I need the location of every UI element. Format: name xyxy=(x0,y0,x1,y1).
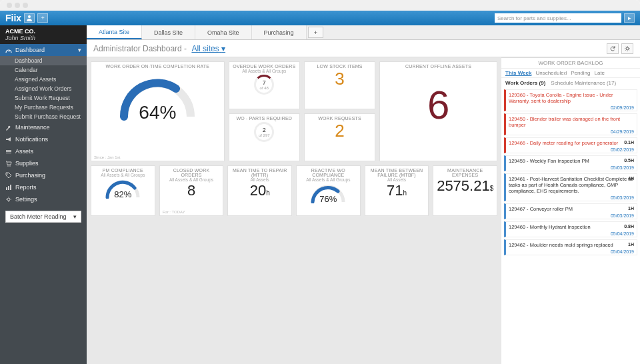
bullhorn-icon xyxy=(5,136,12,143)
backlog-list[interactable]: 129360 - Toyota Corolla - Engine Issue -… xyxy=(501,88,640,364)
metric-value: 20 xyxy=(250,182,266,199)
traffic-min[interactable] xyxy=(15,3,20,8)
refresh-icon xyxy=(609,45,616,52)
all-sites-link[interactable]: All sites ▾ xyxy=(191,44,225,53)
donut-chart: 7 of 48 xyxy=(254,75,274,95)
card-overdue[interactable]: OVERDUE WORK ORDERS All Assets & All Gro… xyxy=(229,61,300,109)
gear-icon xyxy=(5,196,12,203)
backlog-hours: 0.5H xyxy=(624,158,634,163)
nav-sub-assigned-assets[interactable]: Assigned Assets xyxy=(0,75,87,84)
card-pm[interactable]: PM COMPLIANCE All Assets & All Groups 82… xyxy=(91,165,155,216)
svg-rect-5 xyxy=(6,187,7,190)
backlog-panel: WORK ORDER BACKLOG This Week Unscheduled… xyxy=(501,57,640,364)
nav-purchasing[interactable]: Purchasing xyxy=(0,169,87,181)
batch-meter-select[interactable]: Batch Meter Reading ▾ xyxy=(5,211,81,223)
backlog-item[interactable]: 0.1H129466 - Daily meter reading for pow… xyxy=(504,137,637,153)
backlog-item[interactable]: 129360 - Toyota Corolla - Engine Issue -… xyxy=(504,89,637,111)
card-subtitle: All Assets & All Groups xyxy=(163,177,221,182)
backlog-item[interactable]: 4H129461 - Post-Harvest Sanitation Check… xyxy=(504,173,637,201)
tab-omaha[interactable]: Omaha Site xyxy=(195,25,252,39)
nav-sub-my-purchase-requests[interactable]: My Purchase Requests xyxy=(0,103,87,112)
backlog-item-title: 129466 - Daily meter reading for power g… xyxy=(509,140,634,146)
card-mtbf[interactable]: MEAN TIME BETWEEN FAILURE (MTBF) All Ass… xyxy=(365,165,429,216)
card-title: REACTIVE WO COMPLIANCE xyxy=(299,168,357,177)
backlog-wo-count[interactable]: Work Orders (9) xyxy=(505,80,545,86)
card-mttr[interactable]: MEAN TIME TO REPAIR (MTTR) All Assets 20… xyxy=(227,165,292,216)
tab-dallas[interactable]: Dallas Site xyxy=(142,25,195,39)
backlog-tab-pending[interactable]: Pending xyxy=(571,70,590,76)
nav-sub-submit-work-request[interactable]: Submit Work Request xyxy=(0,93,87,103)
backlog-tab-unscheduled[interactable]: Unscheduled xyxy=(535,70,567,76)
add-button[interactable]: + xyxy=(37,13,48,23)
user-icon xyxy=(26,15,33,21)
metric-unit: h xyxy=(403,189,407,197)
nav-dashboard[interactable]: Dashboard ▾ xyxy=(0,44,87,56)
card-closed[interactable]: CLOSED WORK ORDERS All Assets & All Grou… xyxy=(159,165,224,216)
backlog-tab-thisweek[interactable]: This Week xyxy=(505,70,531,76)
backlog-item[interactable]: 1H129467 - Conveyor roller PM05/03/2019 xyxy=(504,203,637,219)
main-area: Atlanta Site Dallas Site Omaha Site Purc… xyxy=(87,25,640,364)
nav-assets[interactable]: Assets xyxy=(0,145,87,157)
backlog-item-date: 04/29/2019 xyxy=(611,129,634,134)
backlog-item-date: 05/04/2019 xyxy=(611,249,634,254)
nav-sub-submit-purchase-request[interactable]: Submit Purchase Request xyxy=(0,112,87,121)
metric-value: 2575.21 xyxy=(437,177,490,194)
sidebar: ACME CO. John Smith Dashboard ▾ Dashboar… xyxy=(0,25,87,364)
backlog-item[interactable]: 0.5H129459 - Weekly Fan Inspection PM05/… xyxy=(504,155,637,171)
nav-supplies[interactable]: Supplies xyxy=(0,157,87,169)
backlog-sm-count[interactable]: Schedule Maintenance (17) xyxy=(551,80,616,86)
account-block: ACME CO. John Smith xyxy=(0,25,87,44)
chart-icon xyxy=(5,184,12,191)
backlog-item-date: 05/03/2019 xyxy=(611,195,634,200)
backlog-tab-late[interactable]: Late xyxy=(594,70,605,76)
metric-value: 71 xyxy=(387,182,403,199)
app-logo: Fiix xyxy=(5,13,21,23)
backlog-item[interactable]: 129450 - Blender trailer was damaged on … xyxy=(504,113,637,135)
card-lowstock[interactable]: LOW STOCK ITEMS 3 xyxy=(304,61,375,109)
tab-add[interactable]: + xyxy=(308,27,323,38)
backlog-item[interactable]: 1H129462 - Moulder needs mold springs re… xyxy=(504,239,637,255)
svg-rect-6 xyxy=(8,186,9,190)
gauge-icon xyxy=(5,47,12,53)
card-title: MEAN TIME BETWEEN FAILURE (MTBF) xyxy=(368,168,426,177)
top-bar: Fiix + Search for parts and supplies... … xyxy=(0,11,640,25)
stack-icon xyxy=(5,148,12,155)
nav-settings[interactable]: Settings xyxy=(0,193,87,205)
nav-sub-assigned-work-orders[interactable]: Assigned Work Orders xyxy=(0,84,87,93)
tab-atlanta[interactable]: Atlanta Site xyxy=(87,25,142,39)
backlog-hours: 0.8H xyxy=(624,224,634,229)
donut-value: 7 xyxy=(263,79,266,86)
app-window: Fiix + Search for parts and supplies... … xyxy=(0,0,640,364)
card-reactive[interactable]: REACTIVE WO COMPLIANCE All Assets & All … xyxy=(296,165,361,216)
user-icon-button[interactable] xyxy=(24,13,35,23)
card-title: LOW STOCK ITEMS xyxy=(307,64,372,69)
card-workreq[interactable]: WORK REQUESTS 2 xyxy=(304,113,375,161)
nav-notifications[interactable]: Notifications xyxy=(0,133,87,145)
search-go-button[interactable]: ▸ xyxy=(624,13,635,23)
card-expenses[interactable]: MAINTENANCE EXPENSES 2575.21$ xyxy=(433,165,497,216)
backlog-item[interactable]: 0.8H129460 - Monthly Hydrant Inspection0… xyxy=(504,221,637,237)
card-subtitle: All Assets xyxy=(368,177,426,182)
backlog-item-date: 05/03/2019 xyxy=(611,165,634,170)
nav-sub-calendar[interactable]: Calendar xyxy=(0,65,87,75)
card-wopart[interactable]: WO - PARTS REQUIRED 2 of 297 xyxy=(229,113,300,161)
refresh-button[interactable] xyxy=(607,43,619,54)
nav-sub-dashboard[interactable]: Dashboard xyxy=(0,56,87,65)
card-title: WO - PARTS REQUIRED xyxy=(232,116,297,121)
card-ontime[interactable]: WORK ORDER ON-TIME COMPLETION RATE 64% S… xyxy=(91,61,225,161)
settings-button[interactable] xyxy=(621,43,633,54)
card-offline[interactable]: CURRENT OFFLINE ASSETS 6 xyxy=(379,61,497,161)
nav-label: Maintenance xyxy=(15,124,50,131)
tab-purchasing[interactable]: Purchasing xyxy=(252,25,307,39)
page-title: Administrator Dashboard - xyxy=(93,44,187,53)
nav-reports[interactable]: Reports xyxy=(0,181,87,193)
nav-maintenance[interactable]: Maintenance xyxy=(0,121,87,133)
traffic-close[interactable] xyxy=(7,3,12,8)
backlog-title: WORK ORDER BACKLOG xyxy=(501,58,640,69)
traffic-max[interactable] xyxy=(23,3,28,8)
user-name: John Smith xyxy=(5,35,81,41)
backlog-hours: 1H xyxy=(628,242,634,247)
nav-label: Reports xyxy=(15,184,37,191)
donut-total: of 297 xyxy=(259,133,270,137)
search-input[interactable]: Search for parts and supplies... xyxy=(495,13,621,23)
